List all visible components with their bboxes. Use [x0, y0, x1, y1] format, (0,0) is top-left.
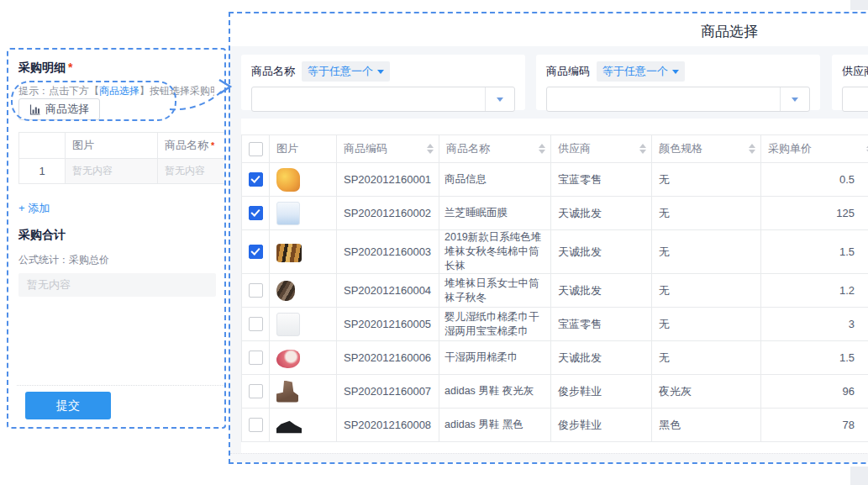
column-header-3: 商品名称	[439, 135, 551, 163]
row-checkbox-cell	[242, 230, 270, 274]
product-image-cell	[270, 230, 337, 274]
required-asterisk: *	[68, 61, 72, 74]
purchase-detail-title-text: 采购明细	[18, 61, 66, 74]
table-row[interactable]: SP202012160008adidas 男鞋 黑色俊步鞋业黑色78	[242, 409, 868, 442]
filter-card-header: 商品编码等于任意一个	[546, 62, 810, 81]
row-checkbox[interactable]	[249, 317, 263, 331]
table-row[interactable]: SP2020121600032019新款日系纯色堆堆袜女秋冬纯棉中筒长袜天诚批发…	[242, 230, 868, 274]
caret-down-icon	[497, 98, 503, 102]
filter-field-label: 商品编码	[546, 64, 590, 79]
purchase-total-title: 采购合计	[18, 228, 214, 243]
purchase-detail-title: 采购明细*	[18, 60, 214, 75]
row-checkbox-cell	[242, 375, 270, 409]
row-checkbox-cell	[242, 409, 270, 442]
modal-left-margin	[230, 119, 241, 454]
filter-value-input[interactable]	[843, 87, 868, 111]
filter-operator-dropdown[interactable]: 等于任意一个	[302, 61, 390, 82]
table-row[interactable]: SP202012160002兰芝睡眠面膜天诚批发无125	[242, 197, 868, 230]
row-checkbox[interactable]	[249, 418, 263, 432]
background-page-sliver-bottom	[850, 467, 868, 485]
unit-price-cell: 1.2	[761, 274, 868, 308]
tip-product-select-link: 商品选择	[99, 85, 139, 97]
name-placeholder-cell: 暂无内容	[158, 159, 227, 184]
mini-col-index	[19, 133, 66, 159]
tip-text: 提示：点击下方【商品选择】按钮选择采购明细商品	[18, 85, 214, 97]
product-code-cell: SP202012160002	[337, 197, 439, 230]
color-spec-cell: 夜光灰	[652, 375, 761, 409]
table-row[interactable]: SP202012160007adidas 男鞋 夜光灰俊步鞋业夜光灰96	[242, 375, 868, 409]
row-checkbox[interactable]	[249, 245, 263, 259]
filter-card-1: 商品名称等于任意一个	[241, 55, 525, 110]
sort-up-arrow	[639, 144, 646, 148]
filter-input-dropdown-button[interactable]	[780, 87, 809, 111]
filter-card-header: 供应商等于	[842, 62, 868, 81]
filter-input-dropdown-button[interactable]	[485, 87, 514, 111]
product-select-modal: 商品选择 商品名称等于任意一个商品编码等于任意一个供应商等于 图片商品编码商品名…	[229, 12, 868, 464]
row-checkbox-cell	[242, 308, 270, 341]
row-checkbox[interactable]	[249, 351, 263, 365]
sort-icon[interactable]	[427, 144, 434, 154]
column-header-6: 采购单价	[761, 135, 868, 163]
filter-card-3: 供应商等于	[832, 55, 868, 110]
mini-table-row: 1 暂无内容 暂无内容	[19, 159, 227, 184]
product-select-button[interactable]: 商品选择	[18, 98, 100, 120]
product-image	[276, 168, 300, 192]
sort-icon[interactable]	[749, 144, 755, 154]
sort-up-arrow	[539, 144, 545, 148]
unit-price-cell: 96	[761, 375, 868, 409]
row-checkbox[interactable]	[249, 172, 263, 187]
sort-icon[interactable]	[639, 144, 646, 154]
product-image	[276, 350, 300, 368]
unit-price-cell: 0.5	[761, 163, 868, 197]
product-image	[276, 417, 302, 437]
product-image	[276, 381, 298, 403]
tip-suffix: 】按钮选择采购明细商品	[139, 85, 214, 97]
product-image-cell	[270, 341, 337, 375]
sort-up-arrow	[749, 144, 755, 148]
select-all-checkbox[interactable]	[249, 142, 263, 156]
total-placeholder-text: 暂无内容	[27, 278, 71, 291]
filter-value-input[interactable]	[252, 87, 514, 111]
table-row[interactable]: SP202012160006干湿两用棉柔巾天诚批发无1.5	[242, 341, 868, 375]
filter-field-label: 供应商	[842, 64, 868, 79]
submit-button[interactable]: 提交	[25, 392, 111, 419]
table-row[interactable]: SP202012160001商品信息宝蓝零售无0.5	[242, 163, 868, 197]
filter-value-input-box	[842, 87, 868, 112]
table-row[interactable]: SP202012160005婴儿湿纸巾棉柔巾干湿两用宝宝棉柔巾宝蓝零售无3	[242, 308, 868, 341]
column-header-label: 图片	[276, 142, 298, 155]
page: 采购明细* 提示：点击下方【商品选择】按钮选择采购明细商品 商品选择 图片 商品…	[0, 0, 868, 485]
product-code-cell: SP202012160008	[337, 409, 439, 442]
modal-title: 商品选择	[701, 22, 758, 41]
product-select-button-label: 商品选择	[45, 102, 89, 117]
column-header-label: 商品编码	[344, 142, 387, 155]
sort-down-arrow	[427, 150, 434, 154]
column-header-4: 供应商	[551, 135, 652, 163]
column-header-label: 采购单价	[768, 142, 812, 155]
row-checkbox[interactable]	[249, 206, 263, 220]
product-image	[276, 281, 295, 301]
column-header-label: 颜色规格	[659, 142, 702, 155]
filter-value-input[interactable]	[547, 87, 809, 111]
product-code-cell: SP202012160004	[337, 274, 439, 308]
product-code-cell: SP202012160005	[337, 308, 439, 341]
column-header-1: 图片	[270, 135, 337, 163]
caret-down-icon	[792, 98, 798, 102]
add-row-link[interactable]: + 添加	[18, 201, 50, 216]
table-row[interactable]: SP202012160004堆堆袜日系女士中筒袜子秋冬天诚批发无1.2	[242, 274, 868, 308]
product-name-cell: 干湿两用棉柔巾	[439, 341, 551, 375]
row-checkbox-cell	[242, 341, 270, 375]
filter-operator-dropdown[interactable]: 等于任意一个	[597, 61, 685, 82]
product-table-container: 图片商品编码商品名称供应商颜色规格采购单价 SP202012160001商品信息…	[241, 134, 868, 442]
row-checkbox[interactable]	[249, 384, 263, 398]
caret-down-icon	[377, 70, 384, 74]
product-name-cell: 婴儿湿纸巾棉柔巾干湿两用宝宝棉柔巾	[439, 308, 551, 341]
purchase-detail-table: 图片 商品名称* 1 暂无内容 暂无内容	[18, 132, 226, 184]
product-table: 图片商品编码商品名称供应商颜色规格采购单价 SP202012160001商品信息…	[241, 134, 868, 442]
sort-icon[interactable]	[539, 144, 545, 154]
supplier-cell: 天诚批发	[551, 230, 652, 274]
row-checkbox[interactable]	[249, 283, 263, 298]
unit-price-cell: 3	[761, 308, 868, 341]
color-spec-cell: 无	[652, 341, 761, 375]
table-header-row: 图片商品编码商品名称供应商颜色规格采购单价	[242, 135, 868, 163]
sort-down-arrow	[639, 150, 646, 154]
